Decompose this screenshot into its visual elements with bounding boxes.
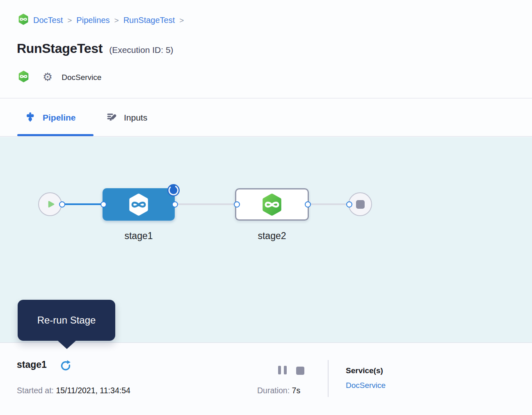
- gear-icon: ⚙: [43, 72, 53, 83]
- footer-divider: [328, 360, 329, 397]
- harness-stage-icon-white: [128, 193, 149, 216]
- tab-bar: Pipeline Inputs: [0, 99, 532, 137]
- rerun-stage-tooltip-text: Re-run Stage: [37, 315, 96, 326]
- connector-start-stage1: [62, 203, 103, 205]
- inputs-icon: [107, 112, 117, 124]
- breadcrumb-separator: >: [179, 16, 184, 25]
- connector-stage2-end: [308, 203, 349, 205]
- tab-pipeline[interactable]: Pipeline: [17, 99, 94, 136]
- harness-logo-icon: [18, 14, 29, 27]
- started-at-label: Started at:: [17, 386, 54, 395]
- services-label: Service(s): [346, 366, 383, 375]
- breadcrumb-link-pipelines[interactable]: Pipelines: [76, 16, 110, 25]
- pipeline-canvas: stage1 stage2 Re-run Stage: [0, 137, 532, 342]
- execution-footer: stage1 Started at: 15/11/2021, 11:34:54 …: [0, 342, 532, 415]
- pause-icon: [284, 366, 287, 374]
- pipeline-icon: [25, 112, 35, 123]
- started-at: Started at: 15/11/2021, 11:34:54: [17, 386, 130, 395]
- connector-dot: [305, 201, 311, 208]
- pipeline-start-node: [38, 192, 62, 216]
- connector-stage1-stage2: [175, 203, 237, 205]
- pause-button[interactable]: [278, 366, 287, 374]
- breadcrumb-link-pipeline[interactable]: RunStageTest: [123, 16, 175, 25]
- pipeline-execution-page: DocTest > Pipelines > RunStageTest > Run…: [0, 0, 532, 415]
- duration-label: Duration:: [257, 386, 290, 395]
- breadcrumb-link-project[interactable]: DocTest: [33, 16, 63, 25]
- connector-dot: [346, 201, 352, 208]
- rerun-stage-button[interactable]: [59, 359, 73, 372]
- page-title: RunStageTest: [17, 41, 103, 56]
- connector-dot: [234, 201, 240, 208]
- stage-node-stage1[interactable]: [103, 188, 175, 221]
- execution-id: (Execution ID: 5): [109, 45, 173, 55]
- stage1-label: stage1: [103, 230, 175, 242]
- service-row: ⚙ DocService: [18, 71, 101, 84]
- connector-dot: [100, 201, 107, 208]
- breadcrumb-separator: >: [114, 16, 119, 25]
- header: DocTest > Pipelines > RunStageTest > Run…: [0, 0, 532, 98]
- pause-icon: [278, 366, 281, 374]
- running-spinner-icon: [167, 184, 180, 197]
- stage2-label: stage2: [235, 230, 309, 242]
- connector-dot: [172, 201, 178, 208]
- play-icon: [46, 199, 56, 210]
- stop-square-icon: [356, 200, 365, 209]
- active-tab-underline: [17, 134, 94, 136]
- connector-dot: [59, 201, 65, 208]
- title-row: RunStageTest (Execution ID: 5): [17, 41, 174, 56]
- service-link[interactable]: DocService: [346, 381, 386, 390]
- tab-inputs-label: Inputs: [124, 113, 147, 123]
- rerun-stage-tooltip: Re-run Stage: [18, 300, 115, 341]
- footer-stage-name: stage1: [17, 359, 47, 370]
- duration: Duration: 7s: [257, 386, 300, 395]
- tab-pipeline-label: Pipeline: [43, 113, 76, 123]
- tab-inputs[interactable]: Inputs: [103, 99, 147, 136]
- breadcrumb-separator: >: [67, 16, 72, 25]
- started-at-value: 15/11/2021, 11:34:54: [54, 386, 130, 395]
- breadcrumb: DocTest > Pipelines > RunStageTest >: [18, 14, 184, 27]
- duration-value: 7s: [290, 386, 300, 395]
- stage-node-stage2[interactable]: [235, 188, 309, 221]
- stop-button[interactable]: [296, 367, 304, 375]
- harness-logo-icon: [18, 71, 29, 84]
- harness-stage-icon-green: [261, 193, 283, 216]
- header-service-name: DocService: [62, 73, 101, 82]
